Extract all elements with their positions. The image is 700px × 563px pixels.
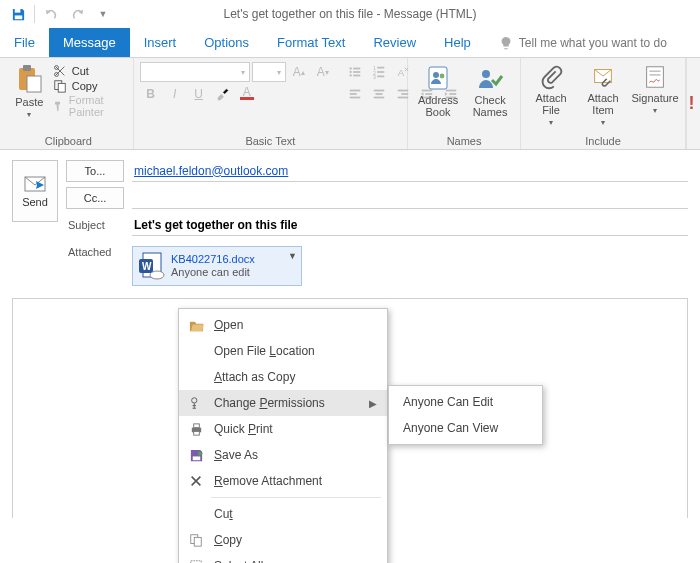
attach-item-button[interactable]: Attach Item ▾ [579,62,627,127]
redo-icon[interactable] [65,2,89,26]
cut-button[interactable]: Cut [53,64,127,78]
menu-save-as[interactable]: Save As [179,442,387,468]
menu-remove-attachment[interactable]: Remove Attachment [179,468,387,494]
tab-message[interactable]: Message [49,28,130,57]
permissions-submenu: Anyone Can Edit Anyone Can View [388,385,543,445]
menu-select-all-label: Select All [214,559,377,563]
font-name-combo[interactable]: ▾ [140,62,250,82]
bold-icon[interactable]: B [140,84,162,104]
menu-open-file-location[interactable]: Open File Location [179,338,387,364]
format-painter-button[interactable]: Format Painter [53,94,127,118]
highlight-icon[interactable] [212,84,234,104]
svg-rect-54 [192,456,200,460]
svg-rect-18 [377,71,384,73]
save-icon[interactable] [6,2,30,26]
menu-open[interactable]: Open [179,312,387,338]
menu-open-label: Open [214,318,377,332]
copy-button[interactable]: Copy [53,79,127,93]
svg-rect-27 [373,97,384,99]
grow-font-icon[interactable]: A▴ [288,62,310,82]
svg-point-38 [433,72,439,78]
undo-icon[interactable] [39,2,63,26]
svg-point-11 [349,71,351,73]
shrink-font-icon[interactable]: A▾ [312,62,334,82]
svg-rect-25 [373,90,384,92]
chevron-down-icon: ▾ [653,106,657,115]
send-button[interactable]: Send [12,160,58,222]
menu-attach-as-copy[interactable]: Attach as Copy [179,364,387,390]
group-names: Address Book Check Names Names [408,58,521,149]
bullets-icon[interactable] [344,62,366,82]
remove-icon [187,474,205,488]
tab-review[interactable]: Review [359,28,430,57]
menu-cut[interactable]: Cut [179,501,387,527]
chevron-down-icon: ▾ [27,110,31,119]
lightbulb-icon [499,36,513,50]
open-icon [187,318,205,333]
signature-icon [643,64,667,90]
italic-icon[interactable]: I [164,84,186,104]
menu-change-permissions-label: Change Permissions [214,396,360,410]
tab-options[interactable]: Options [190,28,263,57]
chevron-down-icon: ▾ [601,118,605,127]
quick-access-toolbar: ▼ [0,0,115,28]
svg-rect-53 [193,431,199,435]
menu-separator [211,497,381,498]
save-as-icon [187,448,205,463]
svg-rect-8 [58,83,65,92]
tab-insert[interactable]: Insert [130,28,191,57]
tell-me-search[interactable]: Tell me what you want to do [489,28,677,57]
to-button[interactable]: To... [66,160,124,182]
cut-label: Cut [72,65,89,77]
attach-file-button[interactable]: Attach File ▾ [527,62,575,127]
cc-button[interactable]: Cc... [66,187,124,209]
numbering-icon[interactable]: 123 [368,62,390,82]
group-clipboard: Paste ▾ Cut Copy Format Painter Clipboar… [4,58,134,149]
menu-select-all[interactable]: Select All [179,553,387,563]
font-color-icon[interactable]: A [236,84,258,104]
align-center-icon[interactable] [368,84,390,104]
to-input[interactable] [132,160,688,182]
align-left-icon[interactable] [344,84,366,104]
menu-quick-print[interactable]: Quick Print [179,416,387,442]
svg-point-13 [349,74,351,76]
svg-text:W: W [142,261,152,272]
submenu-anyone-can-view[interactable]: Anyone Can View [389,415,542,441]
ribbon-overflow-icon[interactable]: ! [686,58,696,149]
attached-label: Attached [66,246,124,258]
svg-point-9 [349,67,351,69]
svg-rect-4 [27,76,41,92]
menu-cut-label: Cut [214,507,377,521]
menu-change-permissions[interactable]: Change Permissions ▶ [179,390,387,416]
underline-icon[interactable]: U [188,84,210,104]
copy-label: Copy [72,80,98,92]
signature-button[interactable]: Signature ▾ [631,62,679,115]
check-names-button[interactable]: Check Names [466,62,514,118]
menu-copy[interactable]: Copy [179,527,387,553]
ribbon: Paste ▾ Cut Copy Format Painter Clipboar… [0,58,700,150]
tab-help[interactable]: Help [430,28,485,57]
svg-rect-26 [375,93,382,95]
group-label-names: Names [414,133,514,147]
svg-point-50 [192,398,197,403]
address-book-button[interactable]: Address Book [414,62,462,118]
svg-rect-43 [649,71,660,72]
tab-file[interactable]: File [0,28,49,57]
subject-input[interactable] [132,214,688,236]
svg-rect-0 [14,8,20,12]
attachment-dropdown-icon[interactable]: ▼ [288,251,297,261]
paste-button[interactable]: Paste ▾ [10,62,49,119]
cc-input[interactable] [132,187,688,209]
submenu-anyone-can-edit[interactable]: Anyone Can Edit [389,389,542,415]
attachment-chip[interactable]: W KB4022716.docx Anyone can edit ▼ [132,246,302,286]
font-size-combo[interactable]: ▾ [252,62,286,82]
attachment-context-menu: Open Open File Location Attach as Copy C… [178,308,388,563]
tab-format-text[interactable]: Format Text [263,28,359,57]
svg-point-39 [440,74,445,79]
group-label-include: Include [527,133,679,147]
select-all-icon [187,559,205,563]
group-include: Attach File ▾ Attach Item ▾ Signature ▾ … [521,58,686,149]
qat-dropdown-icon[interactable]: ▼ [91,2,115,26]
title-bar: ▼ Let's get together on this file - Mess… [0,0,700,28]
svg-rect-56 [194,537,201,546]
